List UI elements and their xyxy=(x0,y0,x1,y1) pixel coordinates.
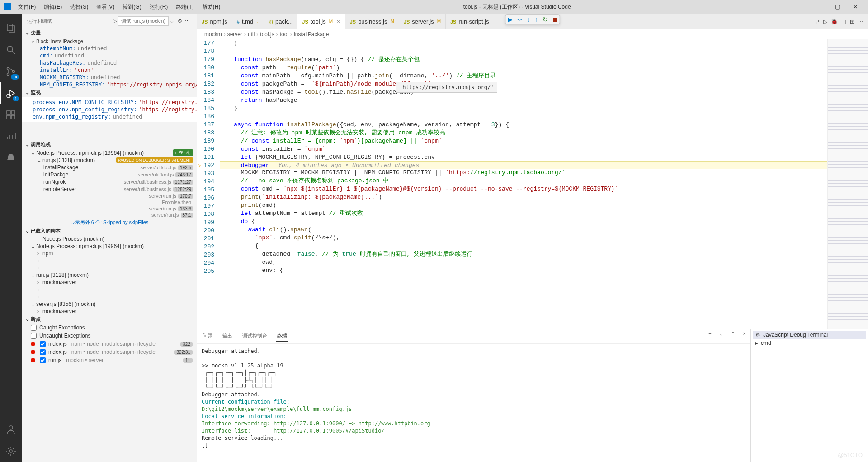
extensions-icon[interactable] xyxy=(0,104,22,126)
menu-item[interactable]: 选择(S) xyxy=(66,1,92,13)
breakpoint-checkbox[interactable] xyxy=(40,357,46,363)
config-dropdown-icon[interactable]: ⌵ xyxy=(170,18,174,24)
editor-tab[interactable]: #t.mdU xyxy=(232,14,265,29)
account-icon[interactable] xyxy=(0,419,22,440)
more-icon[interactable]: ⋯ xyxy=(185,18,190,24)
continue-icon[interactable]: ▶ xyxy=(508,16,513,23)
close-button[interactable]: ✕ xyxy=(846,2,864,12)
loaded-script-item[interactable]: Node.js Process (mockm) xyxy=(22,235,197,243)
callstack-item[interactable]: initPackgeserver/util/tool.js246:17 xyxy=(22,171,197,178)
editor-tab[interactable]: JStool.jsM× xyxy=(297,14,345,29)
watch-item[interactable]: process.env.npm_config_registry:'https:/… xyxy=(22,106,197,113)
split-icon[interactable]: ◫ xyxy=(841,19,846,25)
terminal-instance[interactable]: ▸cmd xyxy=(753,339,866,347)
panel-tab[interactable]: 问题 xyxy=(202,331,213,342)
callstack-section[interactable]: ⌄调用堆栈 xyxy=(22,140,197,149)
loaded-script-item[interactable]: ⌄Node.js Process: npm-cli.js [19964] (mo… xyxy=(22,243,197,250)
breadcrumb-item[interactable]: installPackage xyxy=(294,31,329,38)
breakpoint-checkbox[interactable] xyxy=(31,333,37,339)
panel-tab[interactable]: 调试控制台 xyxy=(241,331,268,342)
breadcrumb-item[interactable]: util xyxy=(248,31,255,38)
preview-icon[interactable]: ⊞ xyxy=(850,19,854,25)
menu-item[interactable]: 终端(T) xyxy=(172,1,197,13)
breakpoint-item[interactable]: run.jsmockm • server11 xyxy=(22,356,197,364)
loaded-script-item[interactable]: ›npm xyxy=(22,250,197,257)
debug-config-select[interactable]: 调试 run.js (mockm) xyxy=(118,16,169,26)
menu-item[interactable]: 运行(R) xyxy=(146,1,172,13)
callstack-item[interactable]: Promise.then xyxy=(22,199,197,205)
terminal-output[interactable]: Debugger attached. >> mockm v1.1.25-alph… xyxy=(197,344,750,462)
loaded-script-item[interactable]: ⌄server.js [8356] (mockm) xyxy=(22,300,197,308)
editor-tab[interactable]: {}pack... xyxy=(264,14,297,29)
debug-run-icon[interactable]: 🐞 xyxy=(831,19,838,25)
graph-icon[interactable] xyxy=(0,126,22,148)
loaded-script-item[interactable]: › xyxy=(22,257,197,264)
variable-item[interactable]: hasPackageRes:undefined xyxy=(22,59,197,67)
menu-item[interactable]: 转到(G) xyxy=(119,1,145,13)
editor-tab[interactable]: JSrun-script.js xyxy=(446,14,494,29)
menu-item[interactable]: 帮助(H) xyxy=(198,1,224,13)
settings-icon[interactable] xyxy=(0,440,22,462)
variable-item[interactable]: cmd:undefined xyxy=(22,52,197,59)
panel-tab[interactable]: 终端 xyxy=(276,331,288,342)
close-panel-icon[interactable]: × xyxy=(743,331,746,342)
block-scope[interactable]: ⌄Block: installPackage xyxy=(22,37,197,45)
breadcrumb[interactable]: mockm›server›util›tool.js›tool›installPa… xyxy=(197,29,868,39)
breadcrumb-item[interactable]: mockm xyxy=(204,31,222,38)
terminal-instance[interactable]: ⚙JavaScript Debug Terminal xyxy=(753,331,866,339)
debug-icon[interactable]: 1 xyxy=(0,82,22,104)
variables-section[interactable]: ⌄变量 xyxy=(22,29,197,37)
close-tab-icon[interactable]: × xyxy=(337,18,340,25)
breakpoint-item[interactable]: Uncaught Exceptions xyxy=(22,332,197,340)
variable-item[interactable]: attemptNum:undefined xyxy=(22,45,197,52)
loaded-script-item[interactable]: › xyxy=(22,293,197,300)
breadcrumb-item[interactable]: tool.js xyxy=(260,31,274,38)
loaded-script-item[interactable]: › xyxy=(22,286,197,293)
minimap[interactable] xyxy=(827,39,868,329)
breakpoint-checkbox[interactable] xyxy=(31,325,37,331)
breakpoint-checkbox[interactable] xyxy=(40,341,46,347)
maximize-panel-icon[interactable]: ⌃ xyxy=(731,331,735,342)
more-actions-icon[interactable]: ⋯ xyxy=(858,19,863,25)
watch-item[interactable]: process.env.NPM_CONFIG_REGISTRY:'https:/… xyxy=(22,99,197,106)
maximize-button[interactable]: ▢ xyxy=(828,2,846,12)
panel-tab[interactable]: 输出 xyxy=(222,331,233,342)
scm-icon[interactable]: 14 xyxy=(0,61,22,82)
callstack-item[interactable]: server/run.js163:6 xyxy=(22,205,197,212)
breadcrumb-item[interactable]: tool xyxy=(280,31,288,38)
step-into-icon[interactable]: ↓ xyxy=(527,16,530,23)
breakpoint-item[interactable]: index.jsnpm • node_modules\npm-lifecycle… xyxy=(22,348,197,356)
step-out-icon[interactable]: ↑ xyxy=(535,16,538,23)
editor-tab[interactable]: JSserver.jsM xyxy=(399,14,446,29)
stop-icon[interactable]: ◼ xyxy=(552,16,558,23)
variable-item[interactable]: NPM_CONFIG_REGISTRY:'https://registry.np… xyxy=(22,81,197,88)
code-editor[interactable]: ▷ 17717817918018118218318418518618718818… xyxy=(197,39,868,329)
callstack-item[interactable]: ⌄run.js [3128] (mockm)PAUSED ON DEBUGGER… xyxy=(22,157,197,164)
explorer-icon[interactable] xyxy=(0,17,22,39)
callstack-item[interactable]: installPackageserver/util/tool.js192:5 xyxy=(22,164,197,171)
terminal-dropdown-icon[interactable]: ⌵ xyxy=(720,331,723,342)
skipped-frames-link[interactable]: 显示另外 6 个: Skipped by skipFiles xyxy=(22,218,197,227)
callstack-item[interactable]: runNgrokserver/util/business.js1171:27 xyxy=(22,178,197,186)
step-over-icon[interactable]: ⤻ xyxy=(517,16,523,23)
callstack-item[interactable]: ⌄Node.js Process: npm-cli.js [19964] (mo… xyxy=(22,149,197,157)
search-icon[interactable] xyxy=(0,39,22,61)
editor-tab[interactable]: JSnpm.js xyxy=(197,14,232,29)
new-terminal-icon[interactable]: + xyxy=(708,331,711,342)
variable-item[interactable]: installEr:'cnpm' xyxy=(22,67,197,74)
compare-icon[interactable]: ⇄ xyxy=(815,19,820,25)
callstack-item[interactable]: remoteServerserver/util/business.js1282:… xyxy=(22,186,197,193)
breadcrumb-item[interactable]: server xyxy=(227,31,242,38)
editor-tab[interactable]: JSbusiness.jsM xyxy=(345,14,399,29)
breakpoints-section[interactable]: ⌄断点 xyxy=(22,315,197,324)
start-debug-icon[interactable]: ▷ xyxy=(113,18,117,24)
restart-icon[interactable]: ↻ xyxy=(542,16,548,23)
breakpoint-item[interactable]: Caught Exceptions xyxy=(22,324,197,332)
loaded-script-item[interactable]: ›mockm/server xyxy=(22,279,197,286)
callstack-item[interactable]: server/run.js170:7 xyxy=(22,193,197,199)
loaded-script-item[interactable]: ›mockm/server xyxy=(22,308,197,315)
loaded-script-item[interactable]: › xyxy=(22,264,197,271)
bell-icon[interactable] xyxy=(0,148,22,169)
menu-item[interactable]: 编辑(E) xyxy=(40,1,66,13)
variable-item[interactable]: MOCKM_REGISTRY:undefined xyxy=(22,74,197,81)
